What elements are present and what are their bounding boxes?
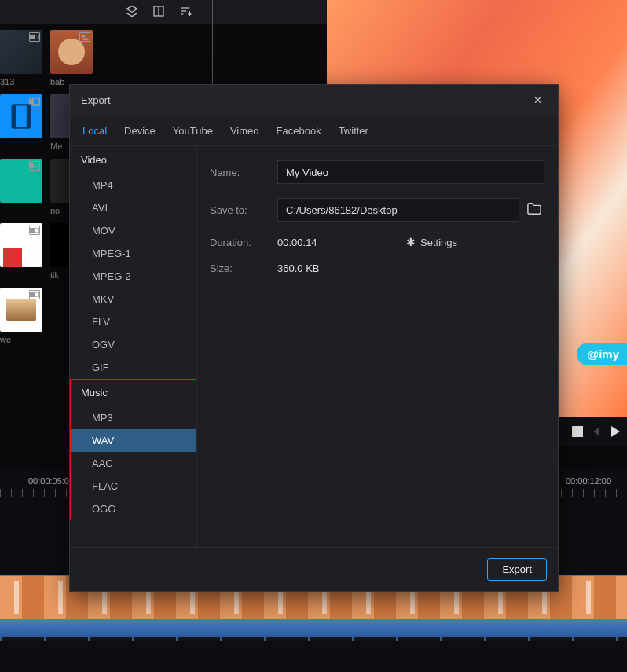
settings-label: Settings bbox=[420, 237, 457, 248]
save-to-label: Save to: bbox=[210, 204, 277, 216]
media-thumb[interactable]: we bbox=[0, 288, 42, 332]
export-tab-vimeo[interactable]: Vimeo bbox=[230, 125, 259, 137]
format-panel: VideoMP4AVIMOVMPEG-1MPEG-2MKVFLVOGVGIFMu… bbox=[70, 146, 197, 547]
export-tab-local[interactable]: Local bbox=[82, 125, 107, 137]
media-thumb[interactable] bbox=[0, 159, 42, 203]
format-flac[interactable]: FLAC bbox=[70, 475, 196, 498]
svg-rect-8 bbox=[34, 35, 35, 39]
format-mp3[interactable]: MP3 bbox=[70, 406, 196, 429]
format-mp4[interactable]: MP4 bbox=[70, 174, 196, 196]
svg-rect-28 bbox=[572, 426, 583, 437]
format-ogg[interactable]: OGG bbox=[70, 498, 196, 520]
format-mkv[interactable]: MKV bbox=[70, 288, 196, 310]
size-label: Size: bbox=[210, 263, 277, 274]
ruler-tick: 00:00:12:00 bbox=[566, 476, 611, 486]
export-tab-twitter[interactable]: Twitter bbox=[339, 125, 368, 137]
export-tab-youtube[interactable]: YouTube bbox=[173, 125, 213, 137]
export-button[interactable]: Export bbox=[487, 558, 547, 581]
duration-label: Duration: bbox=[210, 237, 277, 248]
preview-watermark: @imy bbox=[577, 343, 627, 365]
format-mov[interactable]: MOV bbox=[70, 219, 196, 242]
svg-rect-12 bbox=[38, 98, 39, 104]
media-thumb[interactable]: 313 bbox=[0, 30, 42, 74]
dialog-title: Export bbox=[81, 94, 111, 106]
browse-folder-icon[interactable] bbox=[526, 201, 543, 218]
thumb-label: no bbox=[50, 206, 60, 215]
format-mpeg-1[interactable]: MPEG-1 bbox=[70, 242, 196, 265]
format-gif[interactable]: GIF bbox=[70, 356, 196, 379]
settings-button[interactable]: ✱ Settings bbox=[406, 236, 457, 248]
format-ogv[interactable]: OGV bbox=[70, 333, 196, 356]
prev-frame-icon[interactable] bbox=[589, 424, 603, 439]
svg-rect-23 bbox=[34, 228, 35, 232]
export-tabs: LocalDeviceYouTubeVimeoFacebookTwitter bbox=[70, 116, 558, 146]
svg-rect-15 bbox=[27, 105, 31, 127]
thumb-label: Me bbox=[50, 141, 62, 151]
format-flv[interactable]: FLV bbox=[70, 310, 196, 333]
format-group-header: Music bbox=[70, 379, 196, 406]
format-aac[interactable]: AAC bbox=[70, 452, 196, 475]
media-thumb[interactable] bbox=[0, 94, 42, 138]
columns-icon[interactable] bbox=[152, 5, 165, 20]
svg-rect-24 bbox=[38, 228, 39, 232]
svg-marker-29 bbox=[593, 428, 599, 435]
dialog-titlebar: Export ✕ bbox=[70, 85, 558, 116]
svg-marker-0 bbox=[126, 6, 137, 12]
thumb-label: we bbox=[0, 335, 11, 344]
video-badge-icon bbox=[29, 226, 40, 235]
svg-rect-9 bbox=[38, 35, 39, 39]
format-group-music: MusicMP3WAVAACFLACOGG bbox=[70, 379, 196, 520]
audio-badge-icon bbox=[29, 161, 40, 171]
duration-value: 00:00:14 bbox=[277, 237, 317, 248]
ruler-tick: 00:00:05:00 bbox=[28, 476, 74, 486]
video-badge-icon bbox=[29, 290, 40, 299]
export-tab-device[interactable]: Device bbox=[124, 125, 156, 137]
thumb-label: bab bbox=[50, 77, 64, 86]
dialog-footer: Export bbox=[70, 547, 558, 591]
save-to-input[interactable] bbox=[277, 198, 519, 222]
svg-rect-26 bbox=[34, 292, 35, 296]
thumb-label: 313 bbox=[0, 77, 14, 86]
sort-icon[interactable] bbox=[179, 5, 192, 20]
play-icon[interactable] bbox=[608, 424, 622, 439]
media-thumb[interactable] bbox=[0, 223, 42, 267]
close-icon[interactable]: ✕ bbox=[528, 91, 547, 110]
export-settings: Name: Save to: Duration: 00:00:14 ✱ Sett… bbox=[197, 146, 558, 547]
gear-icon: ✱ bbox=[406, 236, 416, 248]
format-avi[interactable]: AVI bbox=[70, 196, 196, 219]
stop-icon[interactable] bbox=[570, 424, 585, 439]
thumb-label: tik bbox=[50, 270, 59, 280]
export-tab-facebook[interactable]: Facebook bbox=[277, 125, 321, 137]
format-mpeg-2[interactable]: MPEG-2 bbox=[70, 265, 196, 288]
format-group-header: Video bbox=[70, 146, 196, 174]
format-group-video: VideoMP4AVIMOVMPEG-1MPEG-2MKVFLVOGVGIF bbox=[70, 146, 196, 379]
export-dialog: Export ✕ LocalDeviceYouTubeVimeoFacebook… bbox=[69, 84, 559, 592]
name-input[interactable] bbox=[277, 160, 544, 184]
media-thumb[interactable]: bab bbox=[50, 30, 93, 74]
format-wav[interactable]: WAV bbox=[70, 429, 196, 452]
layers-icon[interactable] bbox=[126, 5, 138, 20]
size-value: 360.0 KB bbox=[277, 263, 320, 274]
name-label: Name: bbox=[210, 167, 277, 178]
svg-rect-14 bbox=[13, 105, 16, 127]
svg-rect-27 bbox=[38, 292, 39, 296]
image-badge-icon bbox=[79, 32, 90, 42]
video-badge-icon bbox=[29, 32, 40, 42]
